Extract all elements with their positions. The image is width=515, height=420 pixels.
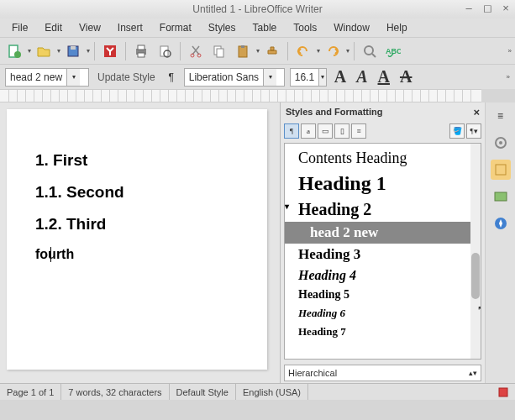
menubar: File Edit View Insert Format Styles Tabl… <box>0 18 515 37</box>
strike-button[interactable]: A <box>397 67 414 87</box>
heading-line[interactable]: 1.2. Third <box>35 215 242 234</box>
page-styles-icon[interactable]: ▯ <box>334 123 349 139</box>
export-pdf-button[interactable] <box>99 40 121 62</box>
sidebar-navigator-icon[interactable] <box>491 213 511 234</box>
more-dropdown[interactable]: » <box>508 47 512 55</box>
paragraph-style-combo[interactable]: head 2 new ▾ <box>5 68 89 87</box>
status-lang[interactable]: English (USA) <box>236 384 308 400</box>
close-button[interactable]: × <box>500 2 512 13</box>
menu-styles[interactable]: Styles <box>202 20 243 35</box>
paste-button[interactable] <box>232 40 254 62</box>
svg-rect-7 <box>138 53 145 57</box>
frame-styles-icon[interactable]: ▭ <box>318 123 333 139</box>
styles-category-toolbar: ¶ a ▭ ▯ ≡ 🪣 ¶▾ <box>281 121 485 141</box>
sidebar-menu-icon[interactable]: ≡ <box>491 106 511 126</box>
scroll-thumb[interactable] <box>471 253 480 299</box>
svg-point-1 <box>14 51 21 58</box>
update-style-button[interactable]: Update Style <box>94 71 159 83</box>
clone-format-button[interactable] <box>261 40 283 62</box>
bold-button[interactable]: A <box>332 67 349 87</box>
redo-dropdown[interactable]: ▾ <box>346 47 349 55</box>
styles-panel: Styles and Formatting × ¶ a ▭ ▯ ≡ 🪣 ¶▾ C… <box>280 102 485 383</box>
heading-line-cursor[interactable]: fourth <box>35 247 74 262</box>
style-item[interactable]: Heading 6 <box>295 304 481 323</box>
paragraph-styles-icon[interactable]: ¶ <box>284 123 299 139</box>
menu-insert[interactable]: Insert <box>111 20 150 35</box>
sidebar-styles-icon[interactable] <box>491 160 511 180</box>
style-item-selected[interactable]: head 2 new <box>285 222 481 244</box>
minimize-button[interactable]: – <box>463 2 475 13</box>
panel-close-icon[interactable]: × <box>473 106 480 118</box>
new-style-icon[interactable]: ¶▾ <box>466 123 481 139</box>
menu-format[interactable]: Format <box>153 20 198 35</box>
style-item[interactable]: Contents Heading <box>295 147 481 170</box>
menu-tools[interactable]: Tools <box>286 20 323 35</box>
style-filter-combo[interactable]: Hierarchical ▴▾ <box>284 365 481 381</box>
fill-format-icon[interactable]: 🪣 <box>449 123 465 139</box>
underline-button[interactable]: A <box>376 67 392 87</box>
style-item[interactable]: Heading 7 <box>295 323 481 341</box>
cut-button[interactable] <box>185 40 207 62</box>
svg-line-17 <box>372 54 376 57</box>
list-styles-icon[interactable]: ≡ <box>351 123 366 139</box>
svg-rect-13 <box>217 49 223 57</box>
svg-rect-22 <box>495 192 507 201</box>
style-item[interactable]: Heading 5 <box>295 286 481 304</box>
heading-line[interactable]: 1. First <box>35 151 242 170</box>
format-more[interactable]: » <box>507 73 510 81</box>
status-style[interactable]: Default Style <box>170 384 236 400</box>
find-button[interactable] <box>359 40 381 62</box>
text-cursor <box>50 247 51 262</box>
character-styles-icon[interactable]: a <box>301 123 316 139</box>
menu-help[interactable]: Help <box>380 20 414 35</box>
italic-button[interactable]: A <box>354 67 370 87</box>
scrollbar[interactable] <box>470 144 481 359</box>
paste-dropdown[interactable]: ▾ <box>256 47 260 55</box>
undo-dropdown[interactable]: ▾ <box>317 47 320 55</box>
svg-rect-6 <box>138 45 145 50</box>
titlebar: Untitled 1 - LibreOffice Writer – ◻ × <box>0 0 515 18</box>
svg-rect-21 <box>496 165 506 175</box>
copy-button[interactable] <box>208 40 230 62</box>
panel-title: Styles and Formatting <box>286 107 383 117</box>
style-item[interactable]: Heading 3 <box>295 244 481 265</box>
menu-view[interactable]: View <box>72 20 108 35</box>
open-button[interactable] <box>33 40 55 62</box>
menu-window[interactable]: Window <box>327 20 376 35</box>
save-button[interactable] <box>62 40 84 62</box>
menu-edit[interactable]: Edit <box>38 20 69 35</box>
page: 1. First 1.1. Second 1.2. Third fourth <box>7 109 267 370</box>
print-preview-button[interactable] <box>154 40 176 62</box>
print-button[interactable] <box>130 40 152 62</box>
font-size-combo[interactable]: 16.1 ▾ <box>290 68 327 87</box>
new-dropdown[interactable]: ▾ <box>28 47 31 55</box>
status-page[interactable]: Page 1 of 1 <box>0 384 61 400</box>
window-title: Untitled 1 - LibreOffice Writer <box>192 3 322 15</box>
svg-rect-3 <box>71 46 76 50</box>
sidebar-settings-icon[interactable] <box>491 133 511 153</box>
menu-table[interactable]: Table <box>246 20 284 35</box>
style-item[interactable]: Heading 2 <box>295 197 481 222</box>
document-area[interactable]: 1. First 1.1. Second 1.2. Third fourth <box>0 102 280 383</box>
style-item[interactable]: Heading 1 <box>295 170 481 197</box>
main-toolbar: ▾ ▾ ▾ ▾ ▾ ▾ ABC » <box>0 37 515 64</box>
spellcheck-button[interactable]: ABC <box>382 40 404 62</box>
undo-button[interactable] <box>292 40 314 62</box>
sidebar-gallery-icon[interactable] <box>491 186 511 207</box>
ruler[interactable] <box>0 89 481 102</box>
open-dropdown[interactable]: ▾ <box>57 47 60 55</box>
redo-button[interactable] <box>322 40 344 62</box>
status-words[interactable]: 7 words, 32 characters <box>61 384 169 400</box>
save-dropdown[interactable]: ▾ <box>87 47 90 55</box>
statusbar: Page 1 of 1 7 words, 32 characters Defau… <box>0 383 515 400</box>
menu-file[interactable]: File <box>5 20 34 35</box>
maximize-button[interactable]: ◻ <box>481 2 493 13</box>
pilcrow-icon[interactable]: ¶ <box>164 66 179 88</box>
new-button[interactable] <box>3 40 25 62</box>
svg-rect-15 <box>241 45 244 48</box>
status-save-icon[interactable] <box>491 384 515 400</box>
font-name-combo[interactable]: Liberation Sans ▾ <box>184 68 285 87</box>
heading-line[interactable]: 1.1. Second <box>35 183 242 202</box>
style-list[interactable]: Contents Heading Heading 1 Heading 2 hea… <box>284 143 481 360</box>
style-item[interactable]: Heading 4 <box>295 265 481 286</box>
